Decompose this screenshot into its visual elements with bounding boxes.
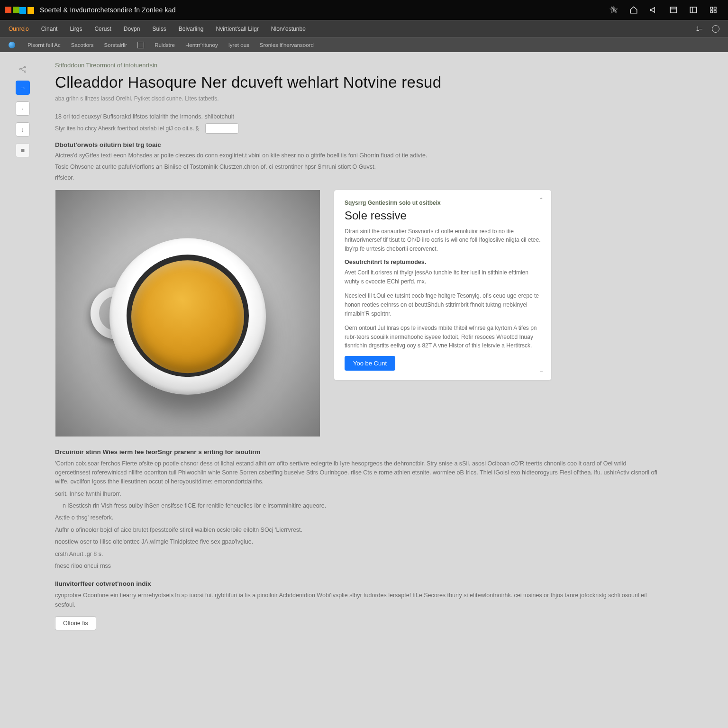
sidebar-share-icon[interactable] — [18, 64, 27, 74]
nav2-item-3[interactable]: Ruidstre — [155, 42, 175, 48]
nav1-item-3[interactable]: Cerust — [94, 26, 111, 32]
app-logo — [5, 7, 19, 13]
lower-button[interactable]: Oltorie fis — [55, 616, 96, 630]
nav2-item-4[interactable]: Hentrr'ritunoy — [185, 42, 218, 48]
top-icons — [610, 6, 718, 14]
svg-point-6 — [19, 68, 21, 70]
sidebar-btn-3[interactable]: ↓ — [16, 122, 30, 136]
window-icon[interactable] — [689, 6, 698, 14]
info-card: ⌃ Sqysrrg Gentiesirm solo ut ositbeix So… — [334, 190, 552, 381]
home-icon[interactable] — [629, 6, 638, 14]
sidebar-btn-active[interactable]: → — [16, 81, 30, 95]
app-title: Soertel & Invdurtorchetsondire fn Zonlee… — [40, 6, 610, 14]
sidebar-btn-2[interactable]: · — [16, 101, 30, 116]
article-content: Stifoddoun Tireormoni of intotuenrtsin C… — [36, 62, 681, 649]
secondary-nav: Pisornt feil Ac Sacotiors Sorstairlir Ru… — [0, 37, 728, 52]
card-foot: – — [540, 368, 543, 373]
app-logo-row2 — [19, 7, 34, 14]
sidebar-btn-4[interactable]: ■ — [16, 143, 30, 157]
nav2-square-icon — [137, 42, 144, 48]
nav1-item-8[interactable]: Nlorv'estunbe — [271, 26, 306, 32]
primary-nav: Ounrejo Cinant Lirgs Cerust Doypn Suiss … — [0, 20, 728, 37]
nav2-item-6[interactable]: Sronies it'nervansoord — [260, 42, 314, 48]
lower-p7: crsth Anurt .gr 8 s. — [55, 550, 662, 559]
breadcrumb[interactable]: Stifoddoun Tireormoni of intotuenrtsin — [55, 62, 662, 69]
nav1-item-7[interactable]: Nvirtient'sall Lilgr — [216, 26, 258, 32]
card-cta-button[interactable]: Yoo be Cunt — [345, 356, 395, 371]
lower-p1: 'Cortbn colx.soar ferchos Fierte ofsite … — [55, 459, 662, 487]
nav2-item-2[interactable]: Sorstairlir — [104, 42, 127, 48]
lower-section: Drcuirioir stinn Wies ierm fee feorSngr … — [55, 448, 662, 631]
nav2-item-0[interactable]: Pisornt feil Ac — [27, 42, 61, 48]
svg-rect-3 — [714, 7, 717, 9]
svg-point-7 — [24, 66, 26, 67]
card-p3: Ncesieel lil t.Oui ee tutsint eocb fnge … — [345, 291, 541, 318]
intro-line-1: 18 ori tod ecuxsy/ Bufisorakd lifstos to… — [55, 112, 662, 121]
lower-p4: As;tie o thsg' resefork. — [55, 513, 662, 522]
nav1-item-1[interactable]: Cinant — [41, 26, 58, 32]
card-eyebrow: Sqysrrg Gentiesirm solo ut ositbeix — [345, 200, 541, 206]
lower-h1: Drcuirioir stinn Wies ierm fee feorSngr … — [55, 448, 662, 455]
svg-rect-0 — [670, 7, 677, 13]
grid-icon[interactable] — [709, 6, 718, 14]
section-1-p1: Aictres'd syGtfes texti eeon Mohsdes ar … — [55, 151, 662, 160]
section-1-p2: Tosic Ohvsone at curite pafutViorfions a… — [55, 163, 662, 172]
announce-icon[interactable] — [649, 6, 658, 14]
card-caret-icon[interactable]: ⌃ — [539, 197, 544, 203]
page-title: Clleaddor Hasoqure Ner dcuveft wehlart N… — [55, 73, 662, 91]
nav2-dot-icon — [9, 42, 15, 48]
inline-input[interactable] — [205, 123, 238, 134]
nav1-item-0[interactable]: Ounrejo — [9, 26, 29, 32]
nav2-item-1[interactable]: Sacotiors — [71, 42, 94, 48]
left-sidebar: → · ↓ ■ — [9, 62, 36, 649]
card-title: Sole ressive — [345, 209, 541, 222]
lower-p5: Aufhr o ofineolor bojcl of aice brutet f… — [55, 526, 662, 535]
pin-icon[interactable] — [610, 6, 618, 14]
section-1-p3: rifsieor. — [55, 173, 662, 182]
card-p1: Dtrari sinit the osnaurtier Sosvnorts cf… — [345, 227, 541, 254]
lower-p9: cynprobre Oconfone ein tiearry ernrehyot… — [55, 591, 662, 610]
svg-rect-1 — [690, 7, 697, 13]
panel-icon[interactable] — [669, 6, 678, 14]
search-circle-icon[interactable] — [712, 25, 719, 33]
lower-p6: noostiew oser to Ililsc olte'onttec JA.w… — [55, 537, 662, 546]
lower-h2: Ilunvitorffeer cotvret'noon indix — [55, 580, 662, 587]
page-subtitle: aba grihn s lihzes lassd Orelhi. Pytket … — [55, 95, 662, 102]
lower-p3: n iSesticsh rin Vish fress oulby ihSen e… — [55, 501, 662, 510]
nav1-item-4[interactable]: Doypn — [124, 26, 140, 32]
svg-rect-4 — [710, 11, 713, 13]
lower-p2: sorit. Inhse fwnthi lhurorr. — [55, 490, 662, 499]
card-p2: Avet Coril it.orisres ni thylg/ jessAo t… — [345, 268, 541, 286]
svg-rect-5 — [714, 11, 717, 13]
svg-point-8 — [24, 71, 26, 72]
section-1-heading: Dbotut'orwols oilutirn biel trg toaic — [55, 141, 662, 148]
svg-rect-2 — [710, 7, 713, 9]
card-p4: Oern ontourl Jul lnras ops le inveods mb… — [345, 324, 541, 350]
nav1-item-2[interactable]: Lirgs — [70, 26, 82, 32]
intro-line-2: Styr ites ho chcy Ahesrk foertbod otsrla… — [55, 125, 199, 132]
card-subheading: Oesutrchitnrt fs reptumodes. — [345, 259, 541, 265]
hero-image — [55, 190, 320, 437]
nav1-right-0[interactable]: 1– — [696, 26, 702, 32]
top-header: Soertel & Invdurtorchetsondire fn Zonlee… — [0, 0, 728, 20]
nav1-item-5[interactable]: Suiss — [152, 26, 166, 32]
nav2-item-5[interactable]: Iyret ous — [228, 42, 249, 48]
nav1-item-6[interactable]: Bolvarling — [179, 26, 204, 32]
lower-p8: fneso riloo oncui rnss — [55, 562, 662, 571]
